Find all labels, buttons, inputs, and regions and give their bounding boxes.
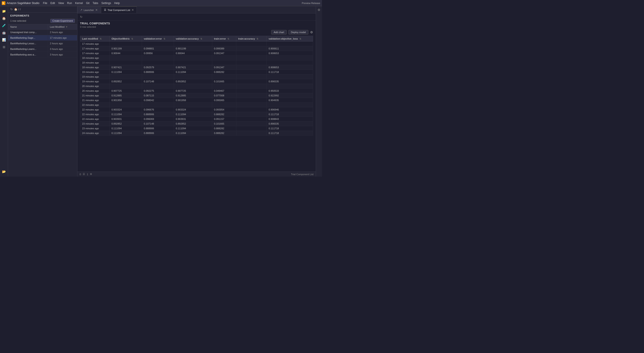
sort-val-obj-icon: ⇅ [300, 38, 301, 40]
menu-git[interactable]: Git [86, 2, 90, 5]
list-icon: ☰ [104, 9, 106, 12]
status-gear-icon[interactable]: ⚙ [90, 173, 92, 176]
cell-8-0: 19 minutes ago [80, 79, 110, 84]
exp-row-2[interactable]: BankMarketing-Lesso... 2 hours ago [8, 41, 77, 46]
add-chart-button[interactable]: Add chart [271, 30, 287, 35]
sidebar-models-icon[interactable]: 🤖 [1, 30, 7, 36]
table-row-16[interactable]: 22 minutes ago0.9039310.0960690.9039310.… [80, 117, 313, 122]
menu-run[interactable]: Run [67, 2, 72, 5]
table-row-9[interactable]: 20 minutes ago [80, 84, 313, 89]
th-train-accuracy[interactable]: train:accuracy ⇅ [236, 36, 267, 42]
menu-tabs[interactable]: Tabs [92, 2, 98, 5]
table-row-4[interactable]: 18 minutes ago [80, 60, 313, 65]
menu-edit[interactable]: Edit [50, 2, 55, 5]
cell-14-2: 0.096676 [142, 107, 174, 112]
tab-trial-component-list[interactable]: ☰ Trial Component List ✕ [101, 7, 137, 13]
cell-13-4 [212, 103, 236, 107]
cell-13-2 [142, 103, 174, 107]
cell-12-2: 0.098042 [142, 98, 174, 103]
table-row-3[interactable]: 18 minutes ago [80, 56, 313, 60]
cell-9-3 [174, 84, 212, 89]
home-icon: 🏠 [14, 8, 18, 11]
table-row-15[interactable]: 22 minutes ago0.1110940.8889060.1110940.… [80, 112, 313, 117]
table-row-13[interactable]: 22 minutes ago [80, 103, 313, 107]
tab-trial-label: Trial Component List [108, 9, 130, 12]
table-row-5[interactable]: 18 minutes ago0.9074210.0925790.9074210.… [80, 65, 313, 70]
table-row-6[interactable]: 19 minutes ago0.1110940.8889060.1110940.… [80, 70, 313, 75]
breadcrumb-path: / [20, 8, 20, 11]
deploy-model-button[interactable]: Deploy model [288, 30, 308, 35]
cell-10-5 [236, 89, 267, 93]
th-train-error[interactable]: train:error ⇅ [212, 36, 236, 42]
left-panel: ↻ 🏠 / / EXPERIMENTS 1 row selected Creat… [8, 6, 77, 177]
menu-file[interactable]: File [43, 2, 47, 5]
table-settings-button[interactable]: ⚙ [310, 31, 313, 34]
tab-trial-close[interactable]: ✕ [132, 9, 134, 12]
table-row-10[interactable]: 20 minutes ago0.9077250.0922750.9077250.… [80, 89, 313, 93]
sidebar-home-icon[interactable]: 🏠 [1, 15, 7, 22]
cell-11-2: 0.087115 [142, 93, 174, 98]
sidebar-bottom-folder-icon[interactable]: 📂 [1, 168, 7, 175]
refresh-button[interactable]: ↻ [10, 8, 13, 11]
th-val-accuracy[interactable]: validation:accuracy ⇅ [174, 36, 212, 42]
cell-1-4: 0.099389 [212, 46, 236, 51]
cell-10-1: 0.907725 [110, 89, 142, 93]
cell-0-4 [212, 42, 236, 46]
table-row-0[interactable]: 17 minutes ago [80, 42, 313, 46]
sidebar-folder-icon[interactable]: 📁 [1, 8, 7, 14]
cell-18-1: 0.111094 [110, 126, 142, 131]
cell-7-0: 19 minutes ago [80, 75, 110, 79]
cell-1-1: 0.901199 [110, 46, 142, 51]
menu-view[interactable]: View [58, 2, 64, 5]
cell-7-3 [174, 75, 212, 79]
cell-7-6 [267, 75, 313, 79]
cell-14-0: 22 minutes ago [80, 107, 110, 112]
app-logo: S Amazon SageMaker Studio [2, 1, 39, 5]
cell-11-6: 0.922992 [267, 93, 313, 98]
status-icon: ☰ [83, 173, 85, 176]
cell-18-0: 23 minutes ago [80, 126, 110, 131]
table-row-2[interactable]: 17 minutes ago0.900440.099560.900440.091… [80, 51, 313, 56]
data-table-wrapper: Last modified ⇅ ObjectiveMetric ⇅ valida… [80, 36, 313, 169]
cell-6-1: 0.111094 [110, 70, 142, 75]
cell-5-0: 18 minutes ago [80, 65, 110, 70]
sidebar-layers-icon[interactable]: ⊞ [1, 44, 7, 50]
far-right-settings-icon[interactable]: ⚙ [318, 8, 320, 12]
th-last-modified[interactable]: Last modified ⇅ [80, 36, 110, 42]
table-row-17[interactable]: 23 minutes ago0.8928520.1071480.8928520.… [80, 122, 313, 126]
tab-launcher-close[interactable]: ✕ [95, 9, 98, 12]
table-row-11[interactable]: 21 minutes ago0.9128850.0871150.9128850.… [80, 93, 313, 98]
cell-6-6: 0.111718 [267, 70, 313, 75]
cell-8-4: 0.101665 [212, 79, 236, 84]
table-row-19[interactable]: 24 minutes ago0.1110940.8889060.1110940.… [80, 131, 313, 136]
table-row-18[interactable]: 23 minutes ago0.1110940.8889060.1110940.… [80, 126, 313, 131]
cell-3-2 [142, 56, 174, 60]
th-val-error[interactable]: validation:error ⇅ [142, 36, 174, 42]
exp-row-4[interactable]: BankMarketing-aws-a... 3 hours ago [8, 52, 77, 58]
exp-row-3[interactable]: BankMarketing-Learni... 3 hours ago [8, 46, 77, 52]
cell-2-3: 0.90044 [174, 51, 212, 56]
create-experiment-button[interactable]: Create Experiment [50, 19, 75, 23]
table-row-8[interactable]: 19 minutes ago0.8928520.1071480.8928520.… [80, 79, 313, 84]
trial-refresh-button[interactable]: ↻ [80, 15, 82, 19]
tab-launcher[interactable]: ↗ Launcher ✕ [77, 7, 100, 13]
menu-kernel[interactable]: Kernel [75, 2, 83, 5]
sidebar-data-icon[interactable]: 📊 [1, 37, 7, 43]
exp-row-1[interactable]: BankMarketing-Sage... 17 minutes ago [8, 35, 77, 41]
exp-row-0[interactable]: Unassigned trial comp... 2 hours ago [8, 30, 77, 35]
th-objective-metric[interactable]: ObjectiveMetric ⇅ [110, 36, 142, 42]
sidebar-experiments-icon[interactable]: 🧪 [1, 22, 7, 29]
table-row-12[interactable]: 21 minutes ago0.9019580.0980420.9019580.… [80, 98, 313, 103]
exp-col-modified-header[interactable]: Last Modified ▼ [48, 24, 77, 29]
table-row-14[interactable]: 22 minutes ago0.9033240.0966760.9033240.… [80, 107, 313, 112]
cell-13-3 [174, 103, 212, 107]
menu-settings[interactable]: Settings [101, 2, 111, 5]
menu-help[interactable]: Help [114, 2, 120, 5]
th-val-obj-loss[interactable]: validation:objective_loss ⇅ [267, 36, 313, 42]
cell-8-6: 0.898335 [267, 79, 313, 84]
far-right-sidebar: ⚙ [316, 6, 322, 177]
cell-16-6: 0.908843 [267, 117, 313, 122]
table-row-7[interactable]: 19 minutes ago [80, 75, 313, 79]
table-row-1[interactable]: 17 minutes ago0.9011990.0988010.9011990.… [80, 46, 313, 51]
exp-col-name-header[interactable]: Name [8, 24, 48, 29]
